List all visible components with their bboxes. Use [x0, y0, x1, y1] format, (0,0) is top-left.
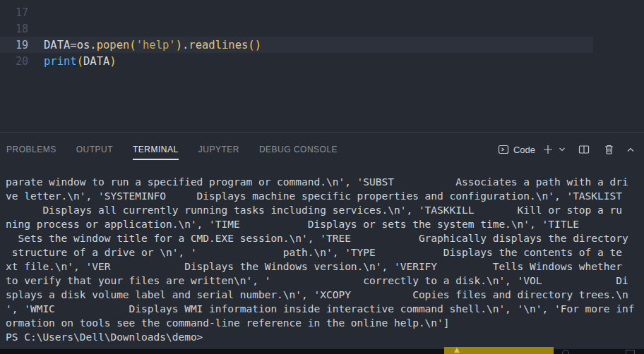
panel-tab-problems[interactable]: PROBLEMS: [6, 133, 56, 166]
terminal-line: parate window to run a specified program…: [0, 175, 644, 189]
terminal-profile-dropdown-button[interactable]: [558, 145, 566, 154]
terminal-line: to verify that your files are written\n'…: [0, 274, 644, 288]
panel-tab-debug-console[interactable]: DEBUG CONSOLE: [259, 133, 338, 166]
code-editor[interactable]: 171819DATA=os.popen('help').readlines()2…: [0, 0, 644, 132]
line-number: 18: [0, 23, 28, 35]
line-number: 17: [0, 6, 28, 19]
editor-line[interactable]: 20print(DATA): [0, 53, 644, 69]
terminal-line: ormation on tools see the command-line r…: [0, 316, 644, 330]
maximize-panel-button[interactable]: [626, 145, 636, 154]
editor-line[interactable]: 19DATA=os.popen('help').readlines(): [0, 37, 644, 53]
panel-tab-bar: PROBLEMSOUTPUTTERMINALJUPYTERDEBUG CONSO…: [6, 133, 338, 166]
terminal-output[interactable]: parate window to run a specified program…: [0, 175, 644, 351]
trash-icon: [604, 144, 614, 155]
terminal-line: ning process or application.\n', 'TIME D…: [0, 217, 644, 231]
terminal-line: ve letter.\n', 'SYSTEMINFO Displays mach…: [0, 189, 644, 203]
window-icon: [626, 350, 635, 354]
kill-terminal-button[interactable]: [604, 144, 614, 155]
code-line-text: DATA=os.popen('help').readlines(): [44, 39, 261, 51]
chevron-down-icon: [558, 145, 566, 154]
panel-tab-output[interactable]: OUTPUT: [76, 133, 113, 166]
new-terminal-button[interactable]: [542, 144, 554, 155]
editor-line[interactable]: 17: [0, 4, 644, 20]
line-number: 20: [0, 55, 28, 68]
terminal-line: ', 'WMIC Displays WMI information inside…: [0, 302, 644, 316]
plus-icon: [542, 144, 554, 155]
bottom-panel: PROBLEMSOUTPUTTERMINALJUPYTERDEBUG CONSO…: [0, 132, 644, 354]
terminal-shell-select[interactable]: Code: [498, 144, 535, 155]
split-editor-icon: [578, 144, 590, 155]
line-number: 19: [0, 39, 28, 51]
chevron-up-icon: [626, 145, 636, 154]
editor-lines: 171819DATA=os.popen('help').readlines()2…: [0, 0, 644, 69]
terminal-line: Displays all currently running tasks inc…: [0, 203, 644, 217]
panel-header: PROBLEMSOUTPUTTERMINALJUPYTERDEBUG CONSO…: [0, 133, 644, 166]
terminal-line: Sets the window title for a CMD.EXE sess…: [0, 231, 644, 245]
panel-tab-terminal[interactable]: TERMINAL: [133, 133, 179, 166]
warning-icon: [454, 348, 460, 353]
shell-label: Code: [513, 145, 535, 155]
panel-actions: Code: [498, 144, 636, 155]
terminal-line: splays a disk volume label and serial nu…: [0, 288, 644, 302]
terminal-icon: [498, 144, 509, 155]
status-bar-edge: [0, 349, 644, 354]
terminal-line: structure of a drive or \n', ' path.\n',…: [0, 245, 644, 260]
split-terminal-button[interactable]: [578, 144, 590, 155]
circle-icon: [562, 350, 569, 354]
terminal-line: PS C:\Users\Dell\Downloads\demo>: [0, 330, 644, 344]
warning-badge[interactable]: [444, 347, 554, 354]
panel-tab-jupyter[interactable]: JUPYTER: [198, 133, 239, 166]
terminal-line: xt file.\n', 'VER Displays the Windows v…: [0, 260, 644, 274]
code-line-text: print(DATA): [44, 55, 117, 68]
editor-line[interactable]: 18: [0, 20, 644, 37]
